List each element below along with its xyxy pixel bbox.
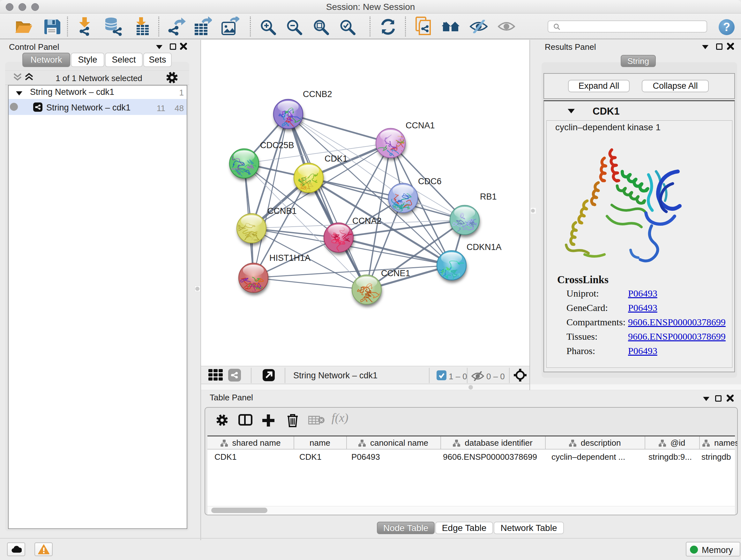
svg-text:CDK1: CDK1	[325, 154, 347, 164]
svg-text:CCNB1: CCNB1	[267, 206, 297, 216]
svg-text:CDKN1A: CDKN1A	[467, 242, 502, 252]
svg-text:CCNE1: CCNE1	[381, 268, 410, 278]
svg-text:RB1: RB1	[480, 192, 497, 201]
svg-text:CCNA1: CCNA1	[406, 121, 435, 130]
svg-text:HIST1H1A: HIST1H1A	[269, 253, 311, 263]
svg-text:CDC6: CDC6	[418, 177, 442, 186]
svg-text:CDC25B: CDC25B	[260, 140, 294, 150]
svg-text:CCNB2: CCNB2	[303, 89, 332, 99]
svg-text:CCNA2: CCNA2	[352, 216, 382, 226]
